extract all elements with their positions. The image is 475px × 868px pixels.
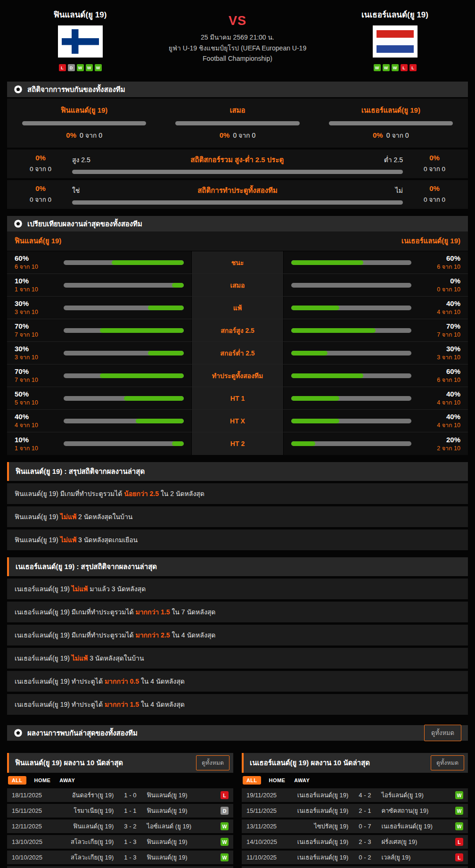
match-home-team: เนเธอร์แลนด์(ยู 19) [288, 790, 352, 800]
match-result: W [216, 838, 229, 846]
comparison-home-bar [64, 396, 184, 401]
comparison-home-percent: 30% [15, 345, 56, 352]
match-row: 18/11/2025อันดอร์รา(ยู 19)1 - 0ฟินแลนด์(… [7, 788, 233, 802]
comparison-away-bar [291, 328, 411, 333]
comparison-home-percent: 50% [15, 390, 56, 397]
match-datetime: 25 มีนาคม 2569 21:00 น. [153, 32, 322, 43]
summary-text-post: มาแล้ว 3 นัดหลังสุด [88, 585, 146, 593]
h2h-column-label: ฟินแลนด์(ยู 19) [22, 105, 146, 116]
h2h-extra-rows: 0%0 จาก 0สูง 2.5สถิติสกอร์รวม สูง-ต่ำ 2.… [7, 149, 468, 209]
away-form-badges: WWWLL [322, 64, 468, 71]
comparison-away-stat: 40%4 จาก 10 [419, 390, 460, 406]
comparison-home-percent: 40% [15, 413, 56, 420]
summary-highlight: มากกว่า 0.5 [105, 678, 139, 685]
away-recent-panel: เนเธอร์แลนด์(ยู 19) ผลงาน 10 นัดล่าสุดดู… [242, 753, 468, 868]
comparison-away-bar-fill [291, 396, 339, 401]
h2h-column-stats: 0%0 จาก 0 [175, 130, 299, 141]
comparison-home-count: 1 จาก 10 [15, 446, 56, 452]
result-badge-l: L [455, 853, 463, 861]
tab-home[interactable]: HOME [33, 776, 52, 785]
recent-form-panels: ฟินแลนด์(ยู 19) ผลงาน 10 นัดล่าสุดดูทั้ง… [7, 753, 468, 868]
comparison-home-stat: 60%6 จาก 10 [15, 255, 56, 270]
football-icon [14, 728, 23, 737]
result-badge-w: W [221, 822, 229, 830]
match-home-team: โรมาเนีย(ยู 19) [53, 806, 118, 816]
match-row: 12/11/2025ฟินแลนด์(ยู 19)3 - 2ไอซ์แลนด์ … [7, 819, 233, 833]
away-team-name: เนเธอร์แลนด์(ยู 19) [322, 8, 468, 21]
h2h-stats-section: สถิติจากการพบกันของทั้งสองทีม ฟินแลนด์(ย… [7, 82, 468, 209]
comparison-home-bar-fill [148, 351, 184, 355]
comparison-row-0: 60%6 จาก 10ชนะ60%6 จาก 10 [7, 251, 468, 274]
comparison-away-count: 4 จาก 10 [419, 309, 460, 315]
away-panel-header: เนเธอร์แลนด์(ยู 19) ผลงาน 10 นัดล่าสุดดู… [242, 753, 468, 773]
h2h-row-bar [72, 200, 403, 205]
comparison-section-header: เปรียบเทียบผลงานล่าสุดของทั้งสองทีม [7, 216, 468, 231]
comparison-rows: 60%6 จาก 10ชนะ60%6 จาก 1010%1 จาก 10เสมอ… [7, 251, 468, 455]
match-away-team: ฟินแลนด์(ยู 19) [142, 852, 216, 862]
comparison-home-bar [64, 283, 184, 288]
home-panel-view-all-button[interactable]: ดูทั้งหมด [196, 755, 229, 770]
match-result: L [451, 853, 463, 861]
comparison-home-bar [64, 328, 184, 333]
h2h-column-bar [329, 121, 453, 125]
tab-all[interactable]: ALL [243, 776, 261, 785]
match-home-team: เนเธอร์แลนด์(ยู 19) [288, 852, 352, 862]
comparison-home-stat: 40%4 จาก 10 [15, 413, 56, 429]
summary-text-pre: เนเธอร์แลนด์(ยู 19) ทำประตูได้ [15, 678, 105, 685]
comparison-row-5: 70%7 จาก 10ทำประตูทั้งสองทีม60%6 จาก 10 [7, 364, 468, 387]
h2h-column-bar [22, 121, 146, 125]
comparison-away-bar-fill [291, 373, 363, 378]
h2h-column-count: 0 จาก 0 [80, 132, 102, 139]
result-badge-w: W [455, 791, 463, 799]
comparison-row-label: HT X [191, 410, 284, 432]
football-icon [14, 85, 23, 94]
away-summary-title: เนเธอร์แลนด์(ยู 19) : สรุปสถิติจากผลงานล… [7, 557, 468, 576]
comparison-away-bar [291, 306, 411, 310]
comparison-home-bar-fill [172, 283, 184, 288]
h2h-row-left-stat: 0%0 จาก 0 [15, 154, 66, 174]
h2h-section-title: สถิติจากการพบกันของทั้งสองทีม [27, 84, 125, 95]
comparison-away-count: 0 จาก 10 [419, 287, 460, 293]
h2h-row-labels: สูง 2.5สถิติสกอร์รวม สูง-ต่ำ 2.5 ประตูต่… [72, 154, 403, 165]
comparison-home-percent: 60% [15, 255, 56, 262]
match-result: W [216, 853, 229, 861]
comparison-away-bar-fill [291, 328, 376, 333]
h2h-column-percent: 0% [66, 131, 76, 139]
h2h-column-1: เสมอ0%0 จาก 0 [175, 105, 299, 141]
home-summary-title: ฟินแลนด์(ยู 19) : สรุปสถิติจากผลงานล่าสุ… [7, 462, 468, 481]
h2h-row-right-percent: 0% [409, 184, 460, 192]
match-score: 2 - 3 [352, 838, 377, 845]
tab-away[interactable]: AWAY [293, 776, 311, 785]
comparison-away-bar [291, 419, 411, 423]
comparison-away-stat: 20%2 จาก 10 [419, 436, 460, 452]
match-header: ฟินแลนด์(ยู 19) LDWWW VS 25 มีนาคม 2569 … [7, 0, 468, 74]
comparison-away-percent: 30% [419, 345, 460, 352]
comparison-away-bar-fill [291, 351, 328, 355]
match-home-team: สโลวะเกีย(ยู 19) [53, 837, 118, 847]
result-badge-d: D [221, 807, 229, 815]
comparison-away-stat: 60%6 จาก 10 [419, 255, 460, 270]
match-result: D [216, 807, 229, 815]
h2h-row-right-count: 0 จาก 0 [409, 194, 460, 205]
home-team-name: ฟินแลนด์(ยู 19) [7, 8, 153, 21]
home-team-block: ฟินแลนด์(ยู 19) LDWWW [7, 6, 153, 74]
match-row: 19/11/2025เนเธอร์แลนด์(ยู 19)4 - 2ไอร์แล… [242, 788, 468, 802]
match-date: 18/11/2025 [12, 792, 53, 799]
match-stats-page: ฟินแลนด์(ยู 19) LDWWW VS 25 มีนาคม 2569 … [0, 0, 475, 868]
comparison-away-percent: 0% [419, 277, 460, 284]
away-summary-rows: เนเธอร์แลนด์(ยู 19) ไม่แพ้ มาแล้ว 3 นัดห… [7, 579, 468, 715]
h2h-row-0: 0%0 จาก 0สูง 2.5สถิติสกอร์รวม สูง-ต่ำ 2.… [7, 149, 468, 178]
tab-home[interactable]: HOME [268, 776, 287, 785]
away-panel-view-all-button[interactable]: ดูทั้งหมด [431, 755, 464, 770]
competition-name-line2: Football Championship) [153, 53, 322, 64]
comparison-home-count: 5 จาก 10 [15, 400, 56, 406]
comparison-away-bar-fill [291, 419, 339, 423]
tab-away[interactable]: AWAY [58, 776, 76, 785]
tab-all[interactable]: ALL [8, 776, 26, 785]
comparison-home-stat: 10%1 จาก 10 [15, 436, 56, 452]
home-recent-panel: ฟินแลนด์(ยู 19) ผลงาน 10 นัดล่าสุดดูทั้ง… [7, 753, 233, 868]
comparison-home-stat: 30%3 จาก 10 [15, 345, 56, 361]
summary-highlight: ไม่แพ้ [60, 513, 77, 521]
away-form-badge-l: L [409, 64, 417, 71]
recent-view-all-button[interactable]: ดูทั้งหมด [424, 725, 461, 741]
